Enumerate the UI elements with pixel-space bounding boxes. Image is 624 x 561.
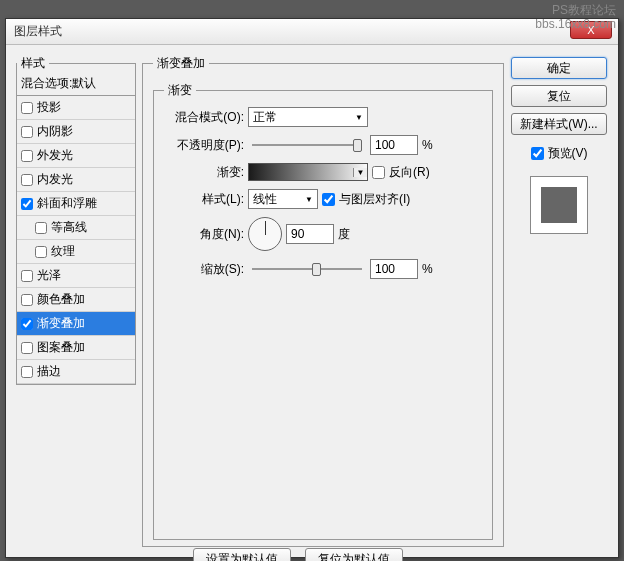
blend-mode-select[interactable]: 正常 ▼ bbox=[248, 107, 368, 127]
preview-label: 预览(V) bbox=[548, 145, 588, 162]
right-panel: 确定 复位 新建样式(W)... 预览(V) bbox=[510, 55, 608, 547]
style-checkbox[interactable] bbox=[21, 102, 33, 114]
style-item-label: 图案叠加 bbox=[37, 339, 85, 356]
align-label: 与图层对齐(I) bbox=[339, 191, 410, 208]
style-item-label: 渐变叠加 bbox=[37, 315, 85, 332]
style-item-label: 等高线 bbox=[51, 219, 87, 236]
style-item-label: 内发光 bbox=[37, 171, 73, 188]
style-checkbox[interactable] bbox=[21, 366, 33, 378]
style-checkbox[interactable] bbox=[21, 294, 33, 306]
chevron-down-icon: ▼ bbox=[305, 195, 313, 204]
ok-button[interactable]: 确定 bbox=[511, 57, 607, 79]
style-item-label: 内阴影 bbox=[37, 123, 73, 140]
options-panel: 渐变叠加 渐变 混合模式(O): 正常 ▼ 不透明度(P): bbox=[142, 55, 504, 547]
style-checkbox[interactable] bbox=[21, 174, 33, 186]
style-select[interactable]: 线性 ▼ bbox=[248, 189, 318, 209]
watermark-text-1: PS教程论坛 bbox=[535, 3, 616, 17]
scale-input[interactable] bbox=[370, 259, 418, 279]
blend-mode-label: 混合模式(O): bbox=[164, 109, 244, 126]
style-checkbox[interactable] bbox=[21, 270, 33, 282]
style-item-label: 外发光 bbox=[37, 147, 73, 164]
style-checkbox[interactable] bbox=[21, 318, 33, 330]
style-checkbox[interactable] bbox=[21, 342, 33, 354]
gradient-legend: 渐变 bbox=[164, 82, 196, 99]
style-item-5[interactable]: 等高线 bbox=[17, 216, 135, 240]
style-label: 样式(L): bbox=[164, 191, 244, 208]
angle-input[interactable] bbox=[286, 224, 334, 244]
chevron-down-icon: ▼ bbox=[355, 113, 363, 122]
style-item-label: 光泽 bbox=[37, 267, 61, 284]
opacity-unit: % bbox=[422, 138, 433, 152]
watermark-text-2: bbs.16xx8.com bbox=[535, 17, 616, 31]
opacity-slider[interactable] bbox=[252, 144, 362, 146]
style-item-label: 斜面和浮雕 bbox=[37, 195, 97, 212]
style-item-2[interactable]: 外发光 bbox=[17, 144, 135, 168]
styles-legend: 样式 bbox=[17, 55, 49, 72]
layer-style-dialog: 图层样式 X 样式 混合选项:默认投影内阴影外发光内发光斜面和浮雕等高线纹理光泽… bbox=[5, 18, 619, 558]
style-checkbox[interactable] bbox=[21, 150, 33, 162]
preview-swatch bbox=[530, 176, 588, 234]
style-item-9[interactable]: 渐变叠加 bbox=[17, 312, 135, 336]
style-item-0[interactable]: 投影 bbox=[17, 96, 135, 120]
angle-label: 角度(N): bbox=[164, 226, 244, 243]
gradient-picker[interactable]: ▼ bbox=[248, 163, 368, 181]
scale-unit: % bbox=[422, 262, 433, 276]
opacity-label: 不透明度(P): bbox=[164, 137, 244, 154]
angle-unit: 度 bbox=[338, 226, 350, 243]
style-item-8[interactable]: 颜色叠加 bbox=[17, 288, 135, 312]
preview-checkbox[interactable] bbox=[531, 147, 544, 160]
style-item-10[interactable]: 图案叠加 bbox=[17, 336, 135, 360]
style-checkbox[interactable] bbox=[35, 246, 47, 258]
style-item-7[interactable]: 光泽 bbox=[17, 264, 135, 288]
scale-label: 缩放(S): bbox=[164, 261, 244, 278]
style-header[interactable]: 混合选项:默认 bbox=[17, 72, 135, 96]
reverse-checkbox[interactable] bbox=[372, 166, 385, 179]
opacity-input[interactable] bbox=[370, 135, 418, 155]
gradient-label: 渐变: bbox=[164, 164, 244, 181]
style-item-3[interactable]: 内发光 bbox=[17, 168, 135, 192]
align-checkbox[interactable] bbox=[322, 193, 335, 206]
options-legend: 渐变叠加 bbox=[153, 55, 209, 72]
new-style-button[interactable]: 新建样式(W)... bbox=[511, 113, 607, 135]
cancel-button[interactable]: 复位 bbox=[511, 85, 607, 107]
set-default-button[interactable]: 设置为默认值 bbox=[193, 548, 291, 561]
style-item-label: 纹理 bbox=[51, 243, 75, 260]
style-item-4[interactable]: 斜面和浮雕 bbox=[17, 192, 135, 216]
style-item-1[interactable]: 内阴影 bbox=[17, 120, 135, 144]
scale-slider[interactable] bbox=[252, 268, 362, 270]
styles-panel: 样式 混合选项:默认投影内阴影外发光内发光斜面和浮雕等高线纹理光泽颜色叠加渐变叠… bbox=[16, 55, 136, 547]
style-checkbox[interactable] bbox=[21, 126, 33, 138]
style-item-11[interactable]: 描边 bbox=[17, 360, 135, 384]
style-item-label: 描边 bbox=[37, 363, 61, 380]
reverse-label: 反向(R) bbox=[389, 164, 430, 181]
reset-default-button[interactable]: 复位为默认值 bbox=[305, 548, 403, 561]
chevron-down-icon: ▼ bbox=[353, 168, 367, 177]
style-item-label: 投影 bbox=[37, 99, 61, 116]
style-checkbox[interactable] bbox=[21, 198, 33, 210]
style-checkbox[interactable] bbox=[35, 222, 47, 234]
dialog-title: 图层样式 bbox=[14, 23, 62, 40]
angle-dial[interactable] bbox=[248, 217, 282, 251]
style-item-6[interactable]: 纹理 bbox=[17, 240, 135, 264]
style-item-label: 颜色叠加 bbox=[37, 291, 85, 308]
titlebar: 图层样式 X bbox=[6, 19, 618, 45]
